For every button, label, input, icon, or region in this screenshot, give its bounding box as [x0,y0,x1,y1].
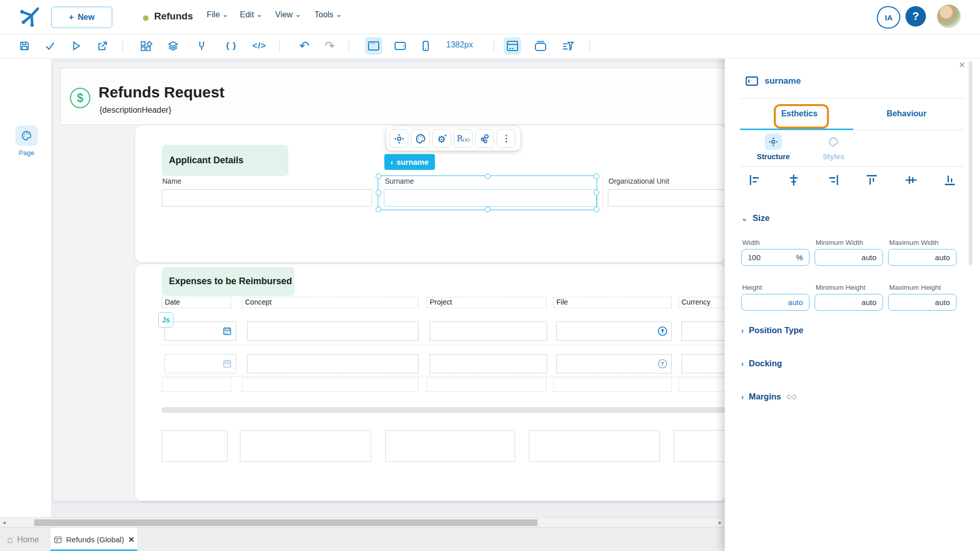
file-input[interactable] [556,354,672,373]
run-icon[interactable] [67,37,85,55]
close-panel-icon[interactable]: ✕ [959,60,965,70]
docking-section-header[interactable]: › Docking [741,359,782,368]
placeholder-cell[interactable] [162,430,228,462]
styles-palette-icon[interactable] [411,129,430,148]
calendar-icon[interactable] [222,326,232,336]
tab-refunds-global[interactable]: Refunds (Global) ✕ [51,528,137,551]
horizontal-scrollbar[interactable]: ◂ ▸ [0,517,727,528]
max-width-input[interactable]: auto [888,249,957,266]
file-input[interactable] [556,321,672,341]
field-label-orgunit[interactable]: Organizational Unit [608,177,669,185]
tab-behaviour[interactable]: Behaviour [852,109,961,118]
desktop-view-icon[interactable] [365,37,382,55]
placeholder-cell[interactable] [385,430,515,462]
properties-gear-icon[interactable] [432,129,451,148]
min-height-input[interactable]: auto [815,294,883,311]
tab-home[interactable]: ⌂ Home [7,528,39,551]
column-header-concept[interactable]: Concept [242,297,419,308]
filter-icon[interactable] [559,37,577,55]
new-button[interactable]: + New [51,7,112,28]
date-input[interactable] [164,321,236,341]
placeholder-cell[interactable] [240,430,371,462]
field-label-name[interactable]: Name [162,177,181,185]
column-header-file[interactable]: File [553,297,672,308]
upload-icon[interactable] [657,359,668,369]
connector-icon[interactable] [193,37,210,55]
save-icon[interactable] [16,37,33,55]
tablet-view-icon[interactable] [391,37,409,55]
link-icon[interactable] [786,393,797,400]
min-width-input[interactable]: auto [815,249,883,266]
undo-icon[interactable]: ↶ [296,37,313,55]
column-header-currency[interactable]: Currency [678,297,725,308]
position-type-section-header[interactable]: › Position Type [741,325,803,335]
calendar-icon[interactable] [222,359,232,369]
width-input[interactable]: 100% [741,249,810,266]
form-subtitle[interactable]: {descriptionHeader} [100,106,172,115]
align-center-horizontal-icon[interactable] [786,172,801,188]
placeholder-cell[interactable] [529,430,660,462]
selection-outline[interactable] [378,176,597,210]
max-height-input[interactable]: auto [888,294,957,311]
menu-file[interactable]: File⌄ [207,10,228,19]
orgunit-input[interactable] [608,189,726,207]
browser-preview-icon[interactable] [504,37,521,55]
project-input[interactable] [430,354,547,373]
size-section-header[interactable]: ⌄ Size [741,213,770,223]
currency-input[interactable] [681,354,725,373]
export-icon[interactable] [94,37,111,55]
upload-icon[interactable] [657,326,668,336]
project-input[interactable] [430,321,547,341]
rules-rx-icon[interactable]: R(x) [454,129,473,148]
empty-cell[interactable] [553,378,672,392]
height-input[interactable]: auto [741,294,810,311]
braces-icon[interactable]: { } [223,37,240,55]
move-widget-icon[interactable] [389,129,408,148]
ai-assistant-badge[interactable]: IA [877,6,900,29]
help-icon[interactable]: ? [905,6,926,27]
expenses-section-title[interactable]: Expenses to be Reimbursed [162,267,295,296]
page-palette-icon[interactable] [15,126,38,146]
menu-view[interactable]: View⌄ [275,10,301,19]
viewport-width-value[interactable]: 1382px [446,40,473,49]
applicant-section-title[interactable]: Applicant Details [162,145,288,176]
currency-input[interactable] [681,321,725,341]
share-connections-icon[interactable] [475,129,494,148]
layers-icon[interactable] [164,37,182,55]
widgets-icon[interactable] [137,37,154,55]
panel-scrollbar[interactable] [969,61,972,265]
concept-input[interactable] [247,354,419,373]
selected-widget-chip[interactable]: ‹ surname [384,154,435,170]
empty-cell[interactable] [242,378,419,392]
concept-input[interactable] [247,321,419,341]
empty-cell[interactable] [427,378,547,392]
scroll-left-icon[interactable]: ◂ [3,519,6,526]
scroll-right-icon[interactable]: ▸ [719,519,722,526]
tab-window-icon[interactable] [532,37,549,55]
align-right-icon[interactable] [825,172,841,188]
menu-edit[interactable]: Edit⌄ [240,10,262,19]
source-code-icon[interactable]: </> [251,37,268,55]
form-title[interactable]: Refunds Request [99,84,225,101]
js-event-badge[interactable]: Js [158,312,174,328]
placeholder-cell[interactable] [674,430,725,462]
align-bottom-icon[interactable] [942,172,958,188]
check-icon[interactable] [41,37,59,55]
subtab-styles[interactable]: Styles [805,134,862,161]
user-avatar[interactable] [937,5,961,28]
empty-cell[interactable] [678,378,725,392]
name-input[interactable] [162,189,372,207]
subtab-structure[interactable]: Structure [745,134,801,161]
scrollbar-thumb[interactable] [34,519,537,526]
more-options-icon[interactable]: ⋮ [497,129,516,148]
phone-view-icon[interactable] [417,37,434,55]
column-header-project[interactable]: Project [427,297,547,308]
margins-section-header[interactable]: › Margins [741,392,797,402]
close-tab-icon[interactable]: ✕ [128,535,135,544]
app-logo-icon[interactable] [18,6,40,28]
date-input[interactable] [164,354,236,373]
align-left-icon[interactable] [747,172,763,188]
empty-cell[interactable] [162,378,231,392]
redo-icon[interactable]: ↷ [321,37,338,55]
align-top-icon[interactable] [864,172,879,188]
